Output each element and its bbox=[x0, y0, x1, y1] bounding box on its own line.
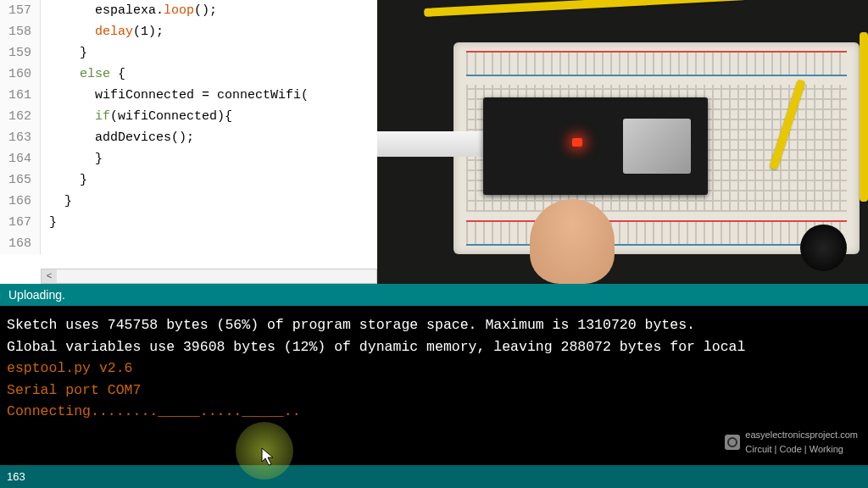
scroll-left-arrow[interactable]: < bbox=[42, 269, 57, 283]
line-number: 158 bbox=[0, 21, 41, 42]
console-line: Global variables use 39608 bytes (12%) o… bbox=[7, 336, 861, 358]
rf-shield bbox=[623, 119, 691, 174]
code-line[interactable]: 165 } bbox=[0, 169, 377, 191]
output-console[interactable]: Sketch uses 745758 bytes (56%) of progra… bbox=[0, 306, 868, 465]
line-number: 164 bbox=[0, 148, 41, 169]
code-line[interactable]: 167} bbox=[0, 212, 377, 233]
line-number: 163 bbox=[0, 127, 41, 148]
code-editor[interactable]: 157 espalexa.loop();158 delay(1);159 }16… bbox=[0, 0, 377, 284]
code-text[interactable]: } bbox=[41, 212, 57, 233]
console-line: Serial port COM7 bbox=[7, 380, 861, 402]
console-line: Sketch uses 745758 bytes (56%) of progra… bbox=[7, 314, 861, 336]
status-bar: Uploading. bbox=[0, 284, 868, 306]
scroll-track[interactable] bbox=[57, 270, 376, 282]
line-number: 166 bbox=[0, 191, 41, 212]
code-line[interactable]: 164 } bbox=[0, 148, 377, 169]
code-text[interactable]: if(wifiConnected){ bbox=[41, 106, 232, 127]
line-number: 162 bbox=[0, 106, 41, 127]
code-text[interactable]: } bbox=[41, 191, 72, 212]
power-led bbox=[572, 138, 582, 147]
line-number: 161 bbox=[0, 85, 41, 106]
code-line[interactable]: 157 espalexa.loop(); bbox=[0, 0, 377, 21]
hardware-photo bbox=[377, 0, 868, 284]
code-line[interactable]: 166 } bbox=[0, 191, 377, 212]
finger bbox=[530, 199, 615, 284]
code-text[interactable]: } bbox=[41, 42, 87, 64]
console-line: esptool.py v2.6 bbox=[7, 358, 861, 380]
code-line[interactable]: 168 bbox=[0, 233, 377, 254]
line-number: 157 bbox=[0, 0, 41, 21]
usb-cable bbox=[377, 131, 487, 157]
cursor-line-indicator: 163 bbox=[7, 470, 25, 483]
code-line[interactable]: 160 else { bbox=[0, 64, 377, 85]
code-text[interactable]: espalexa.loop(); bbox=[41, 0, 217, 21]
code-text[interactable]: } bbox=[41, 169, 87, 191]
code-text[interactable]: wifiConnected = connectWifi( bbox=[41, 85, 309, 106]
jumper-wire bbox=[860, 32, 868, 202]
potentiometer-knob bbox=[800, 225, 847, 271]
code-text[interactable]: } bbox=[41, 148, 103, 169]
code-text[interactable]: addDevices(); bbox=[41, 127, 194, 148]
code-line[interactable]: 159 } bbox=[0, 42, 377, 64]
watermark-site: easyelectronicsproject.com bbox=[745, 428, 858, 442]
watermark: easyelectronicsproject.com Circuit | Cod… bbox=[725, 428, 858, 457]
status-text: Uploading. bbox=[8, 288, 65, 302]
jumper-wire bbox=[424, 0, 746, 17]
line-number: 168 bbox=[0, 233, 41, 254]
code-line[interactable]: 158 delay(1); bbox=[0, 21, 377, 42]
code-text[interactable]: delay(1); bbox=[41, 21, 164, 42]
line-number: 165 bbox=[0, 169, 41, 191]
horizontal-scrollbar[interactable]: < bbox=[41, 269, 377, 284]
code-line[interactable]: 162 if(wifiConnected){ bbox=[0, 106, 377, 127]
console-line: Connecting........_____....._____.. bbox=[7, 401, 861, 423]
line-number: 160 bbox=[0, 64, 41, 85]
watermark-tagline: Circuit | Code | Working bbox=[745, 442, 858, 457]
code-text[interactable]: else { bbox=[41, 64, 125, 85]
code-line[interactable]: 163 addDevices(); bbox=[0, 127, 377, 148]
line-number: 167 bbox=[0, 212, 41, 233]
code-text[interactable] bbox=[41, 233, 49, 254]
esp32-board bbox=[483, 97, 708, 195]
line-number: 159 bbox=[0, 42, 41, 64]
footer-bar: 163 bbox=[0, 465, 868, 488]
code-line[interactable]: 161 wifiConnected = connectWifi( bbox=[0, 85, 377, 106]
watermark-icon bbox=[725, 435, 740, 450]
